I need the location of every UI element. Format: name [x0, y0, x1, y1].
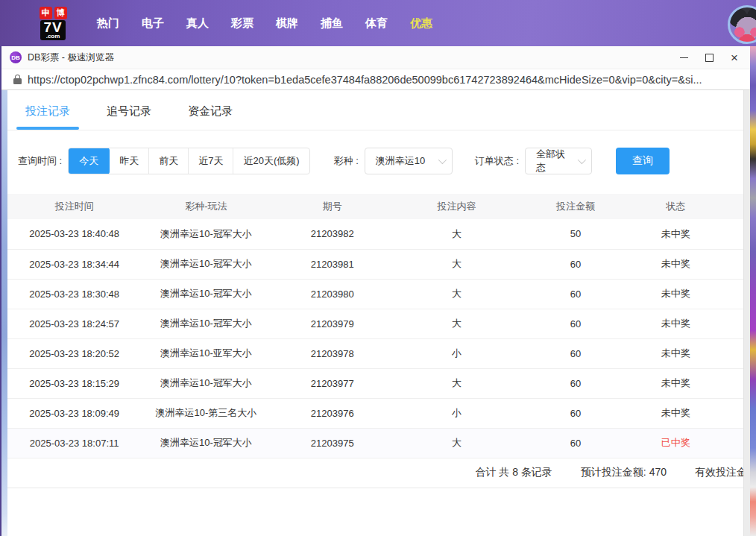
minimize-button[interactable]	[671, 47, 696, 68]
cell-issue: 21203981	[271, 249, 394, 279]
background-page-edge	[750, 46, 756, 536]
cell-bet-time: 2025-03-23 18:07:11	[7, 428, 141, 458]
summary-total: 合计 共 8 条记录	[475, 466, 552, 479]
bet-records-table: 投注时间 彩种-玩法 期号 投注内容 投注金额 状态 2025-03-23 18…	[7, 194, 750, 458]
cell-amount: 60	[520, 338, 631, 368]
cell-issue: 21203975	[271, 428, 394, 458]
page-left-gradient	[1, 90, 7, 536]
table-row: 2025-03-23 18:09:49澳洲幸运10-第三名大小21203976小…	[7, 398, 750, 428]
cell-amount: 60	[520, 249, 631, 279]
url-text[interactable]: https://ctop02pchwp1.zfnc84.com/lottery/…	[28, 74, 702, 86]
nav-item-promo[interactable]: 优惠	[410, 16, 432, 31]
cell-game-play: 澳洲幸运10-冠军大小	[141, 309, 271, 338]
table-row: 2025-03-23 18:07:11澳洲幸运10-冠军大小21203975大6…	[7, 428, 750, 458]
nav-item-fishing[interactable]: 捕鱼	[321, 16, 343, 31]
tab-fund-records[interactable]: 资金记录	[188, 93, 233, 130]
chevron-down-icon	[578, 156, 586, 164]
cell-content: 小	[394, 398, 520, 428]
cell-content: 大	[394, 219, 520, 249]
logo-brand-text: 7V	[43, 20, 62, 34]
close-button[interactable]: ×	[722, 47, 747, 68]
cell-status: 未中奖	[631, 309, 721, 338]
logo-brand-suffix: .com	[46, 34, 60, 40]
time-filter-group: 今天 昨天 前天 近7天 近20天(低频)	[68, 148, 309, 174]
nav-item-live[interactable]: 真人	[186, 16, 209, 31]
table-row: 2025-03-23 18:40:48澳洲幸运10-冠军大小21203982大5…	[7, 219, 750, 249]
site-logo[interactable]: 申 博 7V .com	[34, 7, 72, 40]
cell-amount: 60	[520, 428, 631, 458]
window-titlebar[interactable]: DB DB彩票 - 极速浏览器 ×	[1, 46, 750, 69]
cell-bet-time: 2025-03-23 18:09:49	[7, 398, 141, 428]
cell-game-play: 澳洲幸运10-冠军大小	[141, 279, 271, 309]
cell-amount: 60	[520, 398, 631, 428]
cell-content: 小	[394, 338, 520, 368]
cell-game-play: 澳洲幸运10-冠军大小	[141, 219, 271, 249]
filter-bar: 查询时间 : 今天 昨天 前天 近7天 近20天(低频) 彩种 : 澳洲幸运10	[7, 148, 750, 174]
tab-bet-records[interactable]: 投注记录	[25, 93, 70, 130]
window-title: DB彩票 - 极速浏览器	[28, 51, 114, 64]
lottery-select[interactable]: 澳洲幸运10	[365, 148, 453, 174]
cell-issue: 21203976	[271, 398, 394, 428]
address-bar[interactable]: https://ctop02pchwp1.zfnc84.com/lottery/…	[1, 69, 750, 90]
window-controls: ×	[671, 47, 747, 68]
time-filter-label: 查询时间 :	[18, 154, 62, 168]
summary-valid-amount: 有效投注金额	[695, 466, 750, 479]
site-navbar: 申 博 7V .com 热门 电子 真人 彩票 棋牌 捕鱼 体育 优惠	[0, 0, 756, 46]
cell-issue: 21203978	[271, 338, 394, 368]
user-avatar[interactable]	[728, 5, 756, 44]
cell-status: 未中奖	[631, 279, 721, 309]
header-content: 投注内容	[394, 194, 520, 219]
cell-game-play: 澳洲幸运10-第三名大小	[141, 398, 271, 428]
cell-status: 未中奖	[631, 368, 721, 398]
time-option-20days[interactable]: 近20天(低频)	[233, 148, 309, 174]
nav-item-electronic[interactable]: 电子	[142, 16, 164, 31]
time-option-yesterday[interactable]: 昨天	[110, 148, 148, 174]
lock-icon	[13, 75, 22, 84]
cell-game-play: 澳洲幸运10-亚军大小	[141, 338, 271, 368]
time-option-7days[interactable]: 近7天	[188, 148, 233, 174]
screen: 申 博 7V .com 热门 电子 真人 彩票 棋牌 捕鱼 体育 优惠 DB D…	[0, 0, 756, 536]
cell-amount: 60	[520, 279, 631, 309]
nav-item-lottery[interactable]: 彩票	[231, 16, 253, 31]
logo-badge-shen: 申	[40, 7, 52, 19]
maximize-button[interactable]	[696, 47, 722, 68]
status-filter-label: 订单状态 :	[475, 154, 519, 168]
table-row: 2025-03-23 18:34:44澳洲幸运10-冠军大小21203981大6…	[7, 249, 750, 279]
app-icon: DB	[10, 51, 22, 63]
cell-content: 大	[394, 428, 520, 458]
nav-item-chess[interactable]: 棋牌	[276, 16, 298, 31]
search-button[interactable]: 查询	[616, 148, 670, 174]
cell-amount: 50	[520, 219, 631, 249]
header-game-play: 彩种-玩法	[141, 194, 271, 219]
tab-chase-records[interactable]: 追号记录	[107, 93, 151, 130]
status-select-value: 全部状态	[536, 148, 570, 174]
lottery-filter-label: 彩种 :	[334, 154, 359, 168]
header-bet-time: 投注时间	[7, 194, 141, 219]
nav-item-sports[interactable]: 体育	[365, 16, 388, 31]
table-row: 2025-03-23 18:24:57澳洲幸运10-冠军大小21203979大6…	[7, 309, 750, 338]
time-option-today[interactable]: 今天	[68, 148, 110, 174]
tab-bar: 投注记录 追号记录 资金记录	[7, 93, 750, 130]
header-amount: 投注金额	[520, 194, 631, 219]
page-content: 投注记录 追号记录 资金记录 查询时间 : 今天 昨天 前天 近7天 近20天(…	[1, 90, 750, 536]
cell-content: 大	[394, 368, 520, 398]
table-row: 2025-03-23 18:15:29澳洲幸运10-冠军大小21203977大6…	[7, 368, 750, 398]
logo-brand-box: 7V .com	[40, 20, 65, 40]
cell-bet-time: 2025-03-23 18:40:48	[7, 219, 141, 249]
cell-game-play: 澳洲幸运10-冠军大小	[141, 428, 271, 458]
cell-content: 大	[394, 279, 520, 309]
cell-bet-time: 2025-03-23 18:34:44	[7, 249, 141, 279]
summary-bar: 合计 共 8 条记录 预计投注金额: 470 有效投注金额	[7, 458, 750, 488]
cell-bet-time: 2025-03-23 18:15:29	[7, 368, 141, 398]
table-row: 2025-03-23 18:20:52澳洲幸运10-亚军大小21203978小6…	[7, 338, 750, 368]
scrollbar[interactable]	[743, 90, 750, 536]
nav-item-hot[interactable]: 热门	[97, 16, 119, 31]
logo-badge-bo: 博	[54, 7, 67, 19]
status-select[interactable]: 全部状态	[525, 148, 592, 174]
time-option-day-before[interactable]: 前天	[148, 148, 188, 174]
cell-status: 未中奖	[631, 398, 721, 428]
cell-bet-time: 2025-03-23 18:20:52	[7, 338, 141, 368]
maximize-icon	[705, 54, 714, 62]
logo-badges: 申 博	[40, 7, 67, 19]
nav-menu: 热门 电子 真人 彩票 棋牌 捕鱼 体育 优惠	[86, 16, 444, 31]
